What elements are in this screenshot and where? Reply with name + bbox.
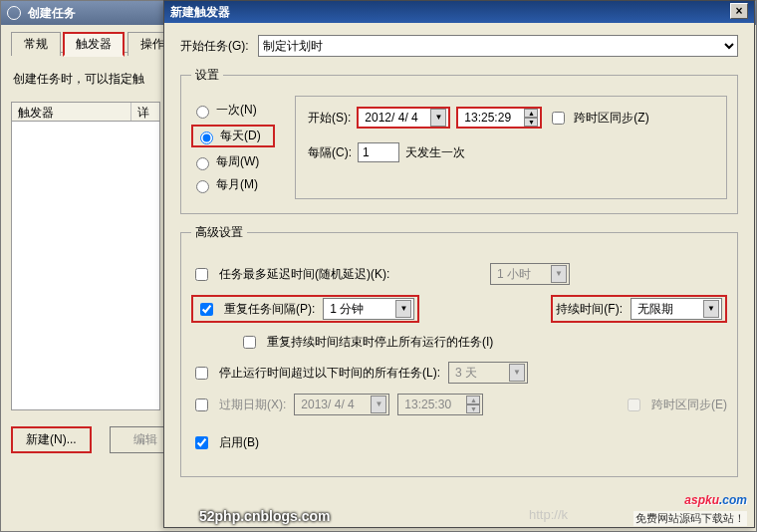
stop-repeat-label: 重复持续时间结束时停止所有运行的任务(I) [267, 334, 493, 351]
begin-task-select[interactable]: 制定计划时 [258, 35, 738, 57]
start-label: 开始(S): [308, 110, 351, 127]
stop-after-checkbox[interactable] [195, 367, 208, 380]
chevron-down-icon: ▼ [551, 265, 567, 283]
settings-legend: 设置 [191, 67, 223, 84]
expire-checkbox[interactable] [195, 399, 208, 411]
expire-date-value: 2013/ 4/ 4 [301, 398, 354, 411]
sync-checkbox[interactable] [552, 112, 565, 125]
repeat-combo[interactable]: 1 分钟 ▼ [323, 298, 414, 320]
close-icon[interactable]: × [730, 3, 748, 19]
duration-value: 无限期 [637, 301, 673, 318]
stop-after-label: 停止运行时间超过以下时间的所有任务(L): [219, 365, 440, 382]
chevron-down-icon[interactable]: ▼ [430, 109, 446, 127]
duration-label: 持续时间(F): [556, 301, 623, 318]
recur-suffix: 天发生一次 [405, 144, 465, 161]
sync-label: 跨时区同步(Z) [574, 110, 648, 127]
watermark-aspku: aspku.com 免费网站源码下载站！ [633, 479, 747, 526]
clock-icon [7, 6, 21, 20]
chevron-down-icon[interactable]: ▼ [703, 300, 719, 318]
settings-fieldset: 设置 一次(N) 每天(D) 每周(W) 每月(M) 开始(S): 2012/ … [180, 67, 738, 214]
time-spinner[interactable]: ▲▼ [524, 109, 538, 127]
stop-after-combo: 3 天 ▼ [448, 362, 528, 384]
expire-time-field: 13:25:30 ▲▼ [397, 394, 483, 415]
expire-time-value: 13:25:30 [404, 398, 451, 411]
radio-monthly[interactable] [196, 180, 209, 193]
radio-once[interactable] [196, 106, 209, 119]
watermark-faint: http://k [529, 507, 568, 522]
delay-label: 任务最多延迟时间(随机延迟)(K): [219, 266, 389, 283]
trigger-list[interactable] [11, 122, 160, 410]
repeat-label: 重复任务间隔(P): [224, 301, 315, 318]
delay-combo: 1 小时 ▼ [490, 263, 570, 285]
advanced-legend: 高级设置 [191, 224, 247, 241]
new-button[interactable]: 新建(N)... [11, 426, 92, 453]
radio-weekly-label: 每周(W) [216, 153, 259, 170]
start-time-value: 13:25:29 [464, 111, 511, 125]
dialog-titlebar: 新建触发器 × [164, 1, 754, 23]
time-spinner: ▲▼ [466, 396, 480, 413]
chevron-down-icon[interactable]: ▼ [395, 300, 411, 318]
chevron-down-icon: ▼ [509, 364, 525, 382]
expire-label: 过期日期(X): [219, 397, 286, 413]
begin-task-label: 开始任务(G): [180, 38, 258, 55]
expire-date-field: 2013/ 4/ 4 ▼ [294, 394, 389, 415]
trigger-list-header: 触发器 详 [11, 102, 160, 122]
chevron-down-icon: ▼ [371, 396, 386, 413]
delay-value: 1 小时 [497, 266, 531, 283]
column-detail[interactable]: 详 [131, 103, 151, 121]
radio-daily[interactable] [200, 132, 213, 144]
watermark-brand1: aspku [684, 493, 719, 507]
dialog-title: 新建触发器 [170, 1, 230, 23]
duration-combo[interactable]: 无限期 ▼ [631, 298, 722, 320]
duration-highlight: 持续时间(F): 无限期 ▼ [551, 295, 727, 323]
enabled-label: 启用(B) [219, 434, 259, 451]
tab-triggers[interactable]: 触发器 [63, 32, 125, 57]
repeat-checkbox[interactable] [200, 303, 213, 316]
radio-weekly[interactable] [196, 157, 209, 170]
radio-once-label: 一次(N) [216, 102, 257, 119]
watermark-sub: 免费网站源码下载站！ [633, 511, 747, 526]
watermark-cnblogs: 52php.cnblogs.com [199, 508, 330, 524]
watermark-brand2: .com [719, 493, 747, 507]
repeat-highlight: 重复任务间隔(P): 1 分钟 ▼ [191, 295, 419, 323]
delay-checkbox[interactable] [195, 268, 208, 281]
advanced-fieldset: 高级设置 任务最多延迟时间(随机延迟)(K): 1 小时 ▼ 重复任务间隔(P)… [180, 224, 738, 477]
start-date-field[interactable]: 2012/ 4/ 4 ▼ [357, 107, 450, 129]
radio-daily-label: 每天(D) [220, 128, 261, 144]
radio-monthly-label: 每月(M) [216, 176, 258, 193]
stop-after-value: 3 天 [455, 365, 477, 382]
stop-repeat-checkbox[interactable] [243, 336, 256, 349]
column-trigger[interactable]: 触发器 [12, 103, 131, 121]
recur-input[interactable] [358, 142, 399, 162]
expire-sync-label: 跨时区同步(E) [651, 397, 727, 413]
enabled-checkbox[interactable] [195, 436, 208, 449]
repeat-value: 1 分钟 [330, 301, 364, 318]
expire-sync-checkbox [628, 399, 640, 411]
start-time-field[interactable]: 13:25:29 ▲▼ [456, 107, 542, 129]
start-date-value: 2012/ 4/ 4 [365, 111, 417, 125]
new-trigger-dialog: 新建触发器 × 开始任务(G): 制定计划时 设置 一次(N) 每天(D) 每周… [163, 0, 755, 528]
recur-label: 每隔(C): [308, 144, 352, 161]
create-task-title: 创建任务 [28, 6, 76, 20]
